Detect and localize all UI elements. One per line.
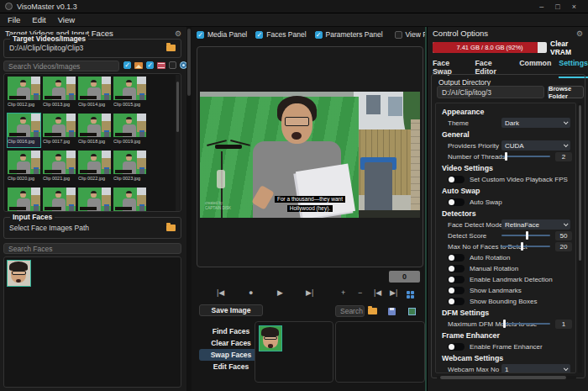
slider-value-field[interactable]: 1	[555, 320, 572, 329]
search-embeddings-input[interactable]: Search E...	[335, 305, 365, 317]
video-thumbnail[interactable]: Clip 0023.jpg	[113, 151, 146, 184]
menu-view[interactable]: View	[58, 15, 75, 24]
video-thumbnail[interactable]: Clip 0013.jpg	[43, 77, 76, 110]
settings-scroll-area: AppearanceThemeDarkGeneralProviders Prio…	[435, 103, 576, 373]
video-thumbnail[interactable]: Clip 0012.jpg	[8, 77, 40, 110]
slider[interactable]	[501, 241, 550, 251]
thumbnail-filename: Clip 0020.jpg	[8, 174, 40, 181]
minimize-button[interactable]: –	[539, 3, 543, 11]
images-icon	[134, 62, 143, 69]
search-videos-input[interactable]: Search Videos/Images	[3, 61, 119, 71]
vram-usage-text: 7.41 GB / 8.0 GB (92%)	[433, 42, 547, 53]
section-header: Detectors	[442, 209, 575, 218]
slider[interactable]	[501, 319, 550, 329]
target-path: D:/AI/Clip/Clipitog/Clip3	[9, 44, 162, 52]
videos-filter-checkbox[interactable]: ✓	[146, 61, 154, 69]
maximize-button[interactable]: □	[555, 3, 559, 11]
save-embedding-icon[interactable]	[388, 308, 396, 315]
target-videos-group-label: Target Videos/Images	[10, 34, 88, 43]
slider-value-field[interactable]: 50	[555, 231, 572, 240]
app-window: VisoMaster v0.1.3 – □ × File Edit View T…	[0, 0, 588, 391]
video-thumbnail[interactable]	[78, 188, 111, 212]
dropdown-select[interactable]: RetinaFace	[501, 219, 570, 230]
swap-faces-button[interactable]: Swap Faces	[199, 349, 263, 361]
jump-end-icon[interactable]: ▶|	[390, 288, 397, 297]
slider[interactable]	[501, 151, 550, 161]
save-image-button[interactable]: Save Image	[199, 304, 263, 316]
play-icon[interactable]: ▶	[277, 288, 283, 297]
close-button[interactable]: ×	[572, 3, 576, 11]
video-thumbnail[interactable]: Clip 0017.jpg	[43, 114, 76, 147]
toggle-switch[interactable]	[448, 254, 465, 262]
toggle-switch[interactable]	[448, 287, 465, 294]
folder-icon[interactable]	[368, 308, 377, 314]
thumbnail-filename: Clip 0022.jpg	[78, 174, 111, 181]
panel-checkbox-faces-panel[interactable]: ✓	[255, 31, 263, 39]
video-thumbnail[interactable]: Clip 0018.jpg	[78, 114, 111, 147]
browse-folder-button[interactable]: Browse Folder	[548, 86, 584, 98]
video-thumbnail[interactable]: Clip 0016.jpg	[8, 114, 40, 147]
fit-view-icon[interactable]	[407, 288, 414, 299]
setting-label: Manual Rotation	[470, 265, 572, 272]
toggle-switch[interactable]	[448, 198, 465, 206]
images-filter-checkbox[interactable]: ✓	[123, 61, 131, 69]
subtitle: For a thousand—they want Hollywood (hey)…	[200, 194, 420, 214]
remove-marker-icon[interactable]: −	[358, 288, 362, 297]
folder-icon[interactable]	[166, 45, 176, 51]
toggle-switch[interactable]	[448, 276, 465, 283]
detected-face-thumbnail[interactable]	[259, 325, 282, 351]
panel-checkbox-parameters-panel[interactable]: ✓	[315, 31, 323, 39]
video-thumbnail[interactable]	[113, 188, 146, 212]
toggle-switch[interactable]	[448, 176, 465, 183]
video-thumbnail[interactable]: Clip 0015.jpg	[113, 77, 146, 110]
video-thumbnail[interactable]	[8, 188, 40, 212]
toggle-switch[interactable]	[448, 265, 465, 272]
slider-value-field[interactable]: 20	[555, 242, 572, 251]
slider-value-field[interactable]: 2	[555, 152, 572, 161]
dropdown-select[interactable]: Dark	[501, 118, 570, 128]
panel-checkbox-media-panel[interactable]: ✓	[197, 31, 204, 39]
video-thumbnail[interactable]	[43, 188, 76, 212]
find-faces-button[interactable]: Find Faces	[199, 325, 263, 337]
video-thumbnail[interactable]: Clip 0021.jpg	[43, 151, 76, 184]
add-marker-icon[interactable]: +	[341, 288, 345, 297]
webcam-filter-checkbox[interactable]	[169, 61, 176, 69]
jump-start-icon[interactable]: |◀	[374, 288, 381, 297]
chevron-down-icon	[564, 119, 569, 124]
settings-vertical-scrollbar[interactable]	[578, 103, 582, 373]
menu-file[interactable]: File	[8, 15, 20, 24]
video-frame[interactable]: created by CAPTAIN DISK For a thousand—t…	[200, 92, 420, 218]
section-header: DFM Settings	[442, 309, 575, 317]
video-thumbnail[interactable]: Clip 0014.jpg	[78, 77, 111, 110]
settings-horizontal-scrollbar[interactable]	[437, 376, 576, 379]
record-icon[interactable]: ●	[249, 288, 253, 297]
edit-faces-button[interactable]: Edit Faces	[199, 361, 263, 373]
clear-faces-button[interactable]: Clear Faces	[199, 337, 263, 349]
folder-icon[interactable]	[166, 225, 176, 231]
next-frame-icon[interactable]: ▶|	[306, 288, 313, 297]
thumb-list-scrollbar[interactable]	[176, 75, 180, 212]
frame-number-field[interactable]: 0	[389, 271, 420, 283]
video-thumbnail[interactable]: Clip 0022.jpg	[78, 151, 111, 184]
slider[interactable]	[501, 230, 550, 240]
panel-checkbox-view-face-compare[interactable]	[395, 31, 402, 39]
dropdown-select[interactable]: 1	[501, 364, 570, 373]
toggle-switch[interactable]	[448, 298, 465, 305]
video-thumbnail[interactable]: Clip 0020.jpg	[8, 151, 40, 184]
export-embedding-icon[interactable]	[408, 308, 416, 315]
clear-vram-button[interactable]: Clear VRAM	[550, 42, 587, 53]
select-face-images-path[interactable]: Select Face Images Path	[9, 224, 162, 232]
video-thumbnail[interactable]: Clip 0019.jpg	[113, 114, 146, 147]
previous-frame-icon[interactable]: |◀	[217, 288, 224, 297]
input-face-thumbnail[interactable]	[7, 260, 31, 287]
gear-icon[interactable]: ⚙	[175, 29, 181, 38]
output-directory-input[interactable]: D:/AI/Clip/itog/3	[437, 86, 544, 98]
gear-icon[interactable]: ⚙	[576, 29, 583, 38]
setting-row: Manual Rotation	[448, 263, 572, 273]
search-faces-input[interactable]: Search Faces	[3, 243, 181, 254]
thumbnail-filename: Clip 0013.jpg	[43, 100, 76, 107]
menu-edit[interactable]: Edit	[32, 15, 45, 24]
setting-row: ThemeDark	[448, 118, 572, 128]
dropdown-select[interactable]: CUDA	[501, 140, 570, 151]
toggle-switch[interactable]	[448, 343, 465, 351]
